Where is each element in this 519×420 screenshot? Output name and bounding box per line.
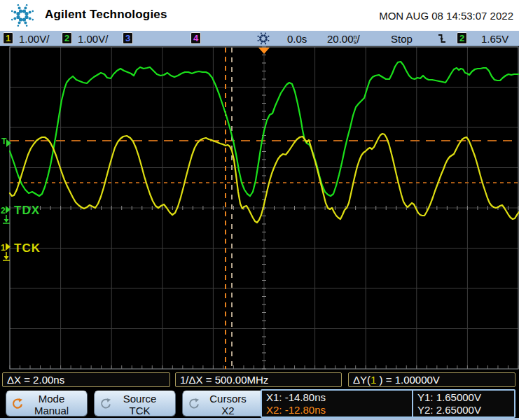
ch2-ground-icon <box>4 219 9 223</box>
horizontal-delay: 0.0s <box>287 33 307 45</box>
knob-icon <box>11 398 24 412</box>
trace-label-tck: TCK <box>14 241 41 255</box>
cursors-button[interactable]: Cursors X2 <box>182 391 264 416</box>
cursors-value: X2 <box>193 405 263 416</box>
cursor-readout-box: X1: -14.80ns X2: -12.80ns Y1: 1.65000V Y… <box>261 389 515 418</box>
trace-label-tdx: TDX <box>14 204 40 217</box>
trigger-level-marker-label: T <box>1 136 7 146</box>
ch2-ground-marker-label: 2 <box>1 206 6 216</box>
mode-button[interactable]: Mode Manual <box>6 391 88 416</box>
y2-value: Y2: 2.65000V <box>417 404 481 416</box>
datetime: MON AUG 08 14:53:07 2022 <box>379 10 513 22</box>
trigger-edge-icon <box>437 32 447 45</box>
source-value: TCK <box>104 405 175 416</box>
ch1-ground-marker-label: 1 <box>1 243 6 253</box>
trigger-level: 1.65V <box>481 33 508 45</box>
channel-2-scale: 1.00V/ <box>78 33 108 45</box>
scope-display: T21TDXTCK <box>0 46 519 370</box>
x-cursor-readout: X1: -14.80ns X2: -12.80ns <box>262 391 413 416</box>
channel-1-badge: 1 <box>3 32 13 44</box>
trigger-position-marker <box>258 48 270 54</box>
inv-delta-x-readout: 1/ΔX = 500.00MHz <box>175 372 342 387</box>
cursors-label: Cursors <box>193 393 263 405</box>
knob-icon <box>188 398 200 412</box>
channel-3-badge: 3 <box>123 32 133 44</box>
source-button[interactable]: Source TCK <box>94 391 176 416</box>
header: Agilent Technologies MON AUG 08 14:53:07… <box>0 0 519 31</box>
ch1-ground-icon <box>4 256 9 260</box>
mode-value: Manual <box>16 405 87 416</box>
delta-x-readout: ΔX = 2.00ns <box>2 372 170 387</box>
brand-title: Agilent Technologies <box>45 8 167 22</box>
softkey-menu: Mode Manual Source TCK Cursors X2 X1: -1… <box>0 389 519 418</box>
acquisition-status: Stop <box>391 33 413 45</box>
status-bar: 1 1.00V/ 2 1.00V/ 3 4 0.0s 20.00ns/ Stop… <box>0 31 519 46</box>
agilent-logo-icon <box>6 1 39 30</box>
knob-icon <box>99 398 112 412</box>
timebase: 20.00ns/ <box>327 33 360 45</box>
x1-value: X1: -14.80ns <box>266 391 412 404</box>
spark-icon <box>256 31 271 46</box>
delta-y-readout: ΔY(1 ) = 1.00000V <box>348 372 515 387</box>
oscilloscope-screen: Agilent Technologies MON AUG 08 14:53:07… <box>0 0 519 420</box>
mode-label: Mode <box>16 393 87 405</box>
source-label: Source <box>104 393 175 405</box>
y-cursor-readout: Y1: 1.65000V Y2: 2.65000V <box>413 391 481 416</box>
channel-1-scale: 1.00V/ <box>19 33 49 45</box>
trigger-channel-badge: 2 <box>457 32 467 44</box>
timebase-value: 20.00 <box>327 33 354 45</box>
y1-value: Y1: 1.65000V <box>417 391 481 404</box>
channel-2-badge: 2 <box>62 32 72 44</box>
measurement-row: ΔX = 2.00ns 1/ΔX = 500.00MHz ΔY(1 ) = 1.… <box>0 370 519 389</box>
x2-value: X2: -12.80ns <box>266 404 412 416</box>
channel-4-badge: 4 <box>191 32 201 44</box>
scope-graticule: T21TDXTCK <box>0 46 519 370</box>
